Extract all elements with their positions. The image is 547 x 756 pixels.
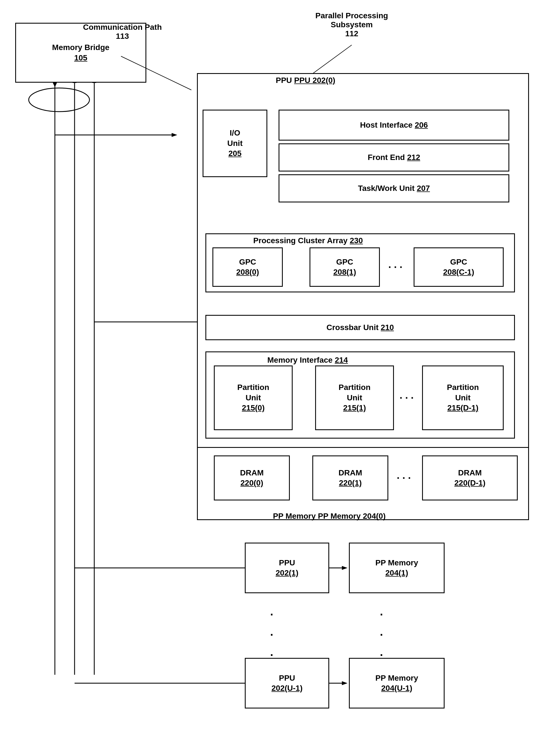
ppu-202-u1-label: PPU202(U-1): [271, 673, 303, 694]
diagram-container: Memory Bridge 105 Communication Path 113…: [0, 0, 547, 756]
io-unit-label: I/OUnit205: [227, 128, 242, 159]
dram-d1-label: DRAM220(D-1): [454, 468, 485, 488]
partition-dots: · · ·: [400, 392, 414, 404]
middle-dots-left: ···: [270, 604, 273, 665]
task-work-unit-box: Task/Work Unit 207: [279, 174, 509, 202]
partition-1-label: PartitionUnit215(1): [339, 382, 371, 413]
gpc-0-box: GPC208(0): [212, 247, 283, 287]
ppu-202-1-label: PPU202(1): [276, 558, 299, 578]
memory-bridge-label: Memory Bridge 105: [52, 42, 109, 63]
ppu-202-u1-box: PPU202(U-1): [245, 658, 329, 708]
host-interface-box: Host Interface 206: [279, 110, 509, 141]
middle-dots-right: ···: [380, 604, 383, 665]
pp-memory-1-box: PP Memory204(1): [349, 543, 445, 593]
svg-point-46: [29, 88, 89, 112]
dram-1-box: DRAM220(1): [312, 455, 388, 500]
crossbar-box: Crossbar Unit 210: [205, 315, 515, 340]
partition-d1-box: PartitionUnit215(D-1): [422, 365, 504, 430]
bus-ellipse: [28, 87, 90, 112]
gpc-c1-label: GPC208(C-1): [443, 257, 474, 277]
front-end-box: Front End 212: [279, 143, 509, 171]
gpc-c1-box: GPC208(C-1): [414, 247, 504, 287]
partition-0-label: PartitionUnit215(0): [237, 382, 269, 413]
gpc-0-label: GPC208(0): [236, 257, 259, 277]
dram-1-label: DRAM220(1): [339, 468, 362, 488]
pp-memory-0-label: PP Memory PP Memory 204(0): [273, 512, 386, 521]
pp-memory-1-label: PP Memory204(1): [375, 558, 418, 578]
dram-dots: · · ·: [397, 472, 411, 484]
host-interface-label: Host Interface 206: [360, 120, 428, 130]
memory-interface-label: Memory Interface 214: [267, 356, 348, 365]
task-work-unit-label: Task/Work Unit 207: [358, 183, 430, 193]
svg-line-48: [310, 45, 352, 76]
ppu-202-1-box: PPU202(1): [245, 543, 329, 593]
gpc-1-label: GPC208(1): [334, 257, 356, 277]
partition-d1-label: PartitionUnit215(D-1): [447, 382, 479, 413]
gpc-dots: · · ·: [388, 261, 402, 273]
parallel-subsystem-label: Parallel Processing Subsystem 112: [296, 11, 408, 38]
gpc-1-box: GPC208(1): [310, 247, 380, 287]
partition-0-box: PartitionUnit215(0): [214, 365, 293, 430]
front-end-label: Front End 212: [368, 152, 420, 163]
svg-marker-45: [53, 83, 57, 87]
crossbar-label: Crossbar Unit 210: [327, 322, 394, 333]
pca-label: Processing Cluster Array 230: [253, 236, 363, 245]
comm-path-label: Communication Path 113: [80, 23, 165, 41]
dram-d1-box: DRAM220(D-1): [422, 455, 518, 500]
svg-marker-4: [172, 133, 177, 137]
pp-memory-u1-label: PP Memory204(U-1): [375, 673, 418, 694]
io-unit-box: I/OUnit205: [202, 110, 267, 177]
dram-0-box: DRAM220(0): [214, 455, 290, 500]
svg-marker-36: [342, 566, 348, 570]
ppu-202-0-label: PPU PPU 202(0): [276, 76, 336, 85]
dram-0-label: DRAM220(0): [240, 468, 263, 488]
svg-marker-41: [342, 681, 348, 685]
partition-1-box: PartitionUnit215(1): [315, 365, 394, 430]
pp-memory-u1-box: PP Memory204(U-1): [349, 658, 445, 708]
